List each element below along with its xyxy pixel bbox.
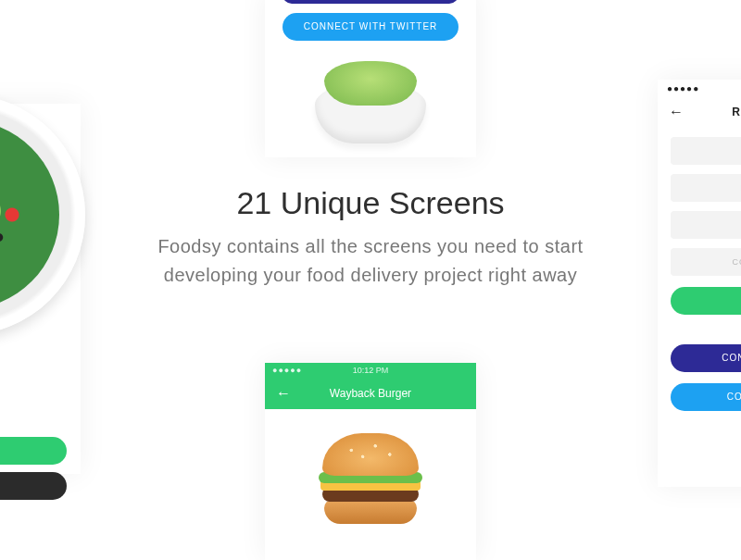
page-title: Wayback Burger — [330, 387, 411, 400]
email-field[interactable]: EMAIL A — [671, 174, 741, 202]
hero-subtitle: Foodsy contains all the screens you need… — [111, 232, 630, 290]
screen-social-login: CONNECT WITH TWITTER — [265, 0, 476, 157]
connect-twitter-button[interactable]: CONNECT WITH TWITTER — [283, 13, 458, 41]
signup-button[interactable]: SIGN — [671, 287, 741, 315]
nav-bar: ← Wayback Burger — [265, 378, 476, 409]
nav-bar: ← REGISTE — [658, 96, 741, 128]
signin-button[interactable]: G IN — [0, 472, 67, 500]
or-divider: o — [658, 324, 741, 333]
password-field[interactable]: PASS — [671, 211, 741, 239]
status-bar: ●●●●● 10:12 — [658, 80, 741, 96]
screen-restaurant-detail: ●●●●● 10:12 PM ← Wayback Burger — [265, 363, 476, 560]
signup-button[interactable]: N UP — [0, 437, 67, 465]
screen-welcome: dsy N UP G IN — [0, 104, 81, 474]
food-image-burger — [265, 409, 476, 539]
connect-facebook-button[interactable] — [283, 0, 458, 4]
page-title: REGISTE — [732, 106, 741, 118]
connect-facebook-button[interactable]: CONNECT WIT — [671, 344, 741, 372]
hero-title: 21 Unique Screens — [111, 185, 630, 221]
back-arrow-icon[interactable]: ← — [276, 385, 291, 402]
status-time: 10:12 PM — [353, 366, 389, 375]
confirm-password-field[interactable]: CONFIRM F — [671, 248, 741, 276]
username-field[interactable]: USERI — [671, 137, 741, 165]
connect-twitter-button[interactable]: CONNECT W — [671, 383, 741, 411]
signal-dots-icon: ●●●●● — [667, 83, 699, 93]
back-arrow-icon[interactable]: ← — [669, 104, 684, 120]
signal-dots-icon: ●●●●● — [272, 366, 302, 375]
hero-text: 21 Unique Screens Foodsy contains all th… — [111, 185, 630, 290]
status-bar: ●●●●● 10:12 PM — [265, 363, 476, 378]
screen-register: ●●●●● 10:12 ← REGISTE USERI EMAIL A PASS… — [658, 80, 741, 487]
food-image-guacamole — [265, 50, 476, 143]
food-image-salad — [0, 94, 85, 335]
